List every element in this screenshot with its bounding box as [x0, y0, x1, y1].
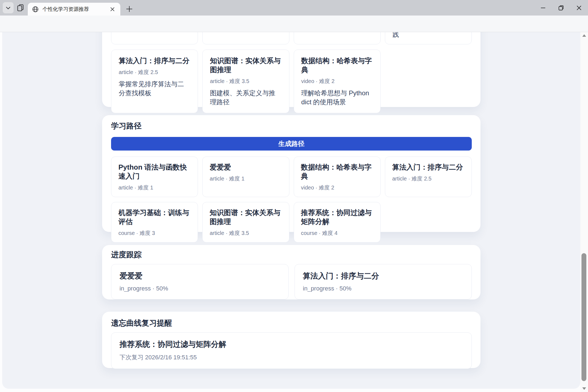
chevron-down-icon — [4, 4, 12, 12]
card-meta: article · 难度 1 — [118, 184, 191, 191]
card-meta: video · 难度 2 — [301, 78, 373, 84]
card-title: 推荐系统：协同过滤与矩阵分解 — [301, 208, 373, 226]
window-controls — [534, 0, 588, 16]
workspaces-button[interactable] — [16, 3, 26, 13]
path-card: 数据结构：哈希表与字典 video · 难度 2 — [294, 157, 381, 197]
card-description: 图建模、关系定义与推理路径 — [210, 88, 281, 106]
path-card: 爱爱爱 article · 难度 1 — [202, 157, 289, 197]
card-meta: in_progress · 50% — [303, 285, 464, 292]
card-title: 机器学习基础：训练与评估 — [118, 208, 191, 226]
path-card: 算法入门：排序与二分 article · 难度 2.5 — [385, 157, 472, 197]
card-description: 掌握常见排序算法与二分查找模板 — [119, 79, 190, 97]
recommendations-row: 算法入门：排序与二分 article · 难度 2.5 掌握常见排序算法与二分查… — [111, 50, 472, 113]
resource-card — [202, 32, 289, 44]
empty-cell — [385, 202, 472, 243]
progress-card: 爱爱爱 in_progress · 50% — [111, 264, 289, 299]
card-description: 理解哈希思想与 Python dict 的使用场景 — [301, 88, 373, 106]
card-meta: course · 难度 4 — [301, 230, 373, 236]
resource-card: 知识图谱：实体关系与图推理 article · 难度 3.5 图建模、关系定义与… — [202, 50, 289, 113]
card-meta: 下次复习 2026/2/16 19:51:55 — [120, 353, 463, 362]
progress-card: 算法入门：排序与二分 in_progress · 50% — [295, 264, 472, 299]
card-title: 数据结构：哈希表与字典 — [301, 56, 373, 74]
card-meta: in_progress · 50% — [120, 285, 280, 292]
recommendations-partial-row: 践 — [111, 32, 472, 44]
browser-window: 个性化学习资源推荐 — [0, 0, 588, 392]
browser-toolbar: localhost:5173/api/learning-path/ — [0, 16, 588, 32]
card-meta: article · 难度 3.5 — [210, 78, 281, 84]
card-description-clipped: 践 — [393, 32, 464, 39]
card-title: 爱爱爱 — [120, 271, 280, 281]
card-title: 数据结构：哈希表与字典 — [301, 163, 373, 181]
card-title: 算法入门：排序与二分 — [119, 56, 190, 65]
review-card: 推荐系统：协同过滤与矩阵分解 下次复习 2026/2/16 19:51:55 — [111, 332, 472, 369]
tab-title: 个性化学习资源推荐 — [42, 6, 108, 13]
minimize-button[interactable] — [534, 0, 552, 16]
resource-card — [294, 32, 381, 44]
path-card: 推荐系统：协同过滤与矩阵分解 course · 难度 4 — [294, 202, 381, 243]
plus-icon — [125, 5, 133, 13]
path-card: 知识图谱：实体关系与图推理 article · 难度 3.5 — [202, 202, 289, 243]
learning-path-grid: Python 语法与函数快速入门 article · 难度 1 爱爱爱 arti… — [111, 157, 472, 243]
card-title: Python 语法与函数快速入门 — [118, 163, 191, 181]
vertical-scrollbar[interactable] — [580, 32, 588, 392]
path-card: 机器学习基础：训练与评估 course · 难度 3 — [111, 202, 198, 243]
learning-path-panel: 学习路径 生成路径 Python 语法与函数快速入门 article · 难度 … — [102, 115, 480, 232]
resource-card — [111, 32, 198, 44]
resource-card: 数据结构：哈希表与字典 video · 难度 2 理解哈希思想与 Python … — [294, 50, 381, 113]
workspaces-icon — [17, 4, 25, 12]
generate-path-button[interactable]: 生成路径 — [111, 137, 472, 151]
review-panel: 遗忘曲线复习提醒 推荐系统：协同过滤与矩阵分解 下次复习 2026/2/16 1… — [102, 312, 480, 368]
scrollbar-thumb[interactable] — [581, 253, 586, 381]
card-title: 推荐系统：协同过滤与矩阵分解 — [120, 340, 463, 349]
card-title: 爱爱爱 — [210, 163, 282, 172]
section-heading-learning-path: 学习路径 — [111, 121, 472, 131]
page-content: 践 算法入门：排序与二分 article · 难度 2.5 掌握常见排序算法与二… — [2, 32, 580, 389]
close-window-button[interactable] — [570, 0, 588, 16]
card-title: 知识图谱：实体关系与图推理 — [210, 208, 282, 226]
card-title: 算法入门：排序与二分 — [392, 163, 464, 172]
card-meta: article · 难度 2.5 — [392, 175, 464, 182]
card-meta: article · 难度 3.5 — [210, 230, 282, 236]
tab-search-button[interactable] — [3, 2, 14, 13]
progress-grid: 爱爱爱 in_progress · 50% 算法入门：排序与二分 in_prog… — [111, 264, 472, 299]
scroll-down-icon[interactable] — [582, 387, 586, 390]
resource-card: 算法入门：排序与二分 article · 难度 2.5 掌握常见排序算法与二分查… — [111, 50, 198, 113]
card-title: 算法入门：排序与二分 — [303, 271, 464, 281]
card-title: 知识图谱：实体关系与图推理 — [210, 56, 281, 74]
restore-button[interactable] — [552, 0, 570, 16]
card-meta: video · 难度 2 — [301, 184, 373, 191]
recommendations-panel: 践 算法入门：排序与二分 article · 难度 2.5 掌握常见排序算法与二… — [102, 32, 480, 107]
tab-close-button[interactable] — [108, 5, 117, 13]
resource-card: 践 — [385, 32, 472, 44]
card-meta: course · 难度 3 — [118, 230, 191, 236]
card-meta: article · 难度 2.5 — [119, 69, 190, 75]
progress-panel: 进度跟踪 爱爱爱 in_progress · 50% 算法入门：排序与二分 in… — [102, 245, 480, 299]
section-heading-progress: 进度跟踪 — [111, 250, 472, 260]
scroll-up-icon[interactable] — [582, 34, 586, 37]
section-heading-review: 遗忘曲线复习提醒 — [111, 318, 472, 328]
path-card: Python 语法与函数快速入门 article · 难度 1 — [111, 157, 198, 197]
browser-tab[interactable]: 个性化学习资源推荐 — [28, 3, 120, 16]
empty-cell — [385, 50, 472, 113]
card-meta: article · 难度 1 — [210, 175, 282, 182]
globe-favicon-icon — [32, 5, 39, 13]
new-tab-button[interactable] — [124, 4, 134, 14]
tab-strip: 个性化学习资源推荐 — [0, 0, 588, 16]
